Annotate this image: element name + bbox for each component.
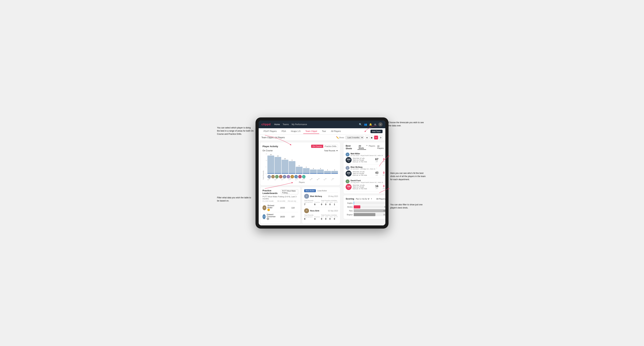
- putt-1: PUTT 0: [334, 216, 338, 220]
- practice-drills-toggle[interactable]: Practice Drills: [323, 145, 338, 148]
- view-grid4-button[interactable]: ⊞: [365, 136, 369, 140]
- score-0: 19/20: [277, 207, 288, 209]
- tab-pga[interactable]: PGA: [280, 129, 288, 134]
- plus-circle-icon[interactable]: ⊕: [374, 123, 376, 126]
- all-shots-tab[interactable]: All Shots: [358, 145, 366, 150]
- avg-1: 107: [288, 216, 298, 218]
- stat-practice-1: Total Practice Activities GTT 0 APP: [321, 214, 338, 220]
- bar-2: [282, 160, 288, 174]
- nav-link-home[interactable]: Home: [274, 123, 280, 126]
- scoring-val-birdies: 96: [384, 206, 385, 208]
- tab-tour[interactable]: Tour: [320, 129, 328, 134]
- shot-stat-dist-1: 43 yds: [374, 172, 380, 176]
- edit-team-icon[interactable]: ✏️: [336, 136, 339, 139]
- leaderboard-filter[interactable]: PUTT Must Make Putting ...: [281, 189, 298, 194]
- shot-chevron-0[interactable]: ›: [384, 153, 385, 156]
- gtt-0: GTT 0: [321, 201, 324, 206]
- pname-3: J. Coles: [288, 178, 294, 180]
- stat-rounds-1: Total Rounds Tournament 8 Practice: [304, 214, 320, 220]
- avatar-7: M: [294, 175, 298, 178]
- scoring-bar-pars: [354, 209, 385, 212]
- scoring-title: Scoring: [346, 197, 354, 200]
- player-info-0: R Richard Butler 1: [262, 204, 277, 211]
- nav-link-performance[interactable]: My Performance: [292, 123, 307, 126]
- activity-player-0: B Blair McHarg 26 Aug 2023: [304, 194, 338, 199]
- tab-team-clippd[interactable]: Team Clippd: [303, 129, 319, 134]
- shot-chevron-1[interactable]: ›: [376, 167, 377, 169]
- activity-stats-0: Total Rounds Tournament 7 Practice: [304, 200, 338, 206]
- player-details-0: Richard Butler 1: [268, 204, 277, 211]
- activity-date-1: 02 Sep 2023: [328, 210, 338, 212]
- chart-filter[interactable]: Total Rounds ▼: [324, 150, 338, 152]
- most-active-card: Most Active Least Active B Blair McHarg …: [302, 187, 340, 224]
- view-grid2-button[interactable]: ▦: [370, 136, 374, 140]
- leaderboard-subtitle: PUTT Must Make Putting (3-6 ft), Last 3 …: [262, 195, 298, 200]
- y-ticks: 15 10 5 0: [266, 153, 267, 174]
- view-list-button[interactable]: ☰: [379, 136, 382, 140]
- practice-activities-1: GTT 0 APP 0 ARG: [321, 216, 338, 220]
- shot-stats-2: 16 yds 0 yds: [374, 185, 385, 189]
- team-name: Team Clippd | 14 Players: [262, 136, 336, 139]
- players-tab[interactable]: Players: [368, 145, 376, 150]
- chart-section-label: On Course: [262, 149, 273, 152]
- tablet-frame: clippd Home Teams My Performance 🔍 👥 🔔 ⊕…: [256, 117, 388, 229]
- best-shots-header: Best Shots All Shots ▾ Players All Playe…: [346, 145, 385, 150]
- shots-chevron: ▾: [366, 145, 367, 150]
- activity-date-0: 26 Aug 2023: [328, 195, 338, 197]
- users-icon[interactable]: 👥: [364, 123, 367, 126]
- scoring-bar-wrap-eagles: 3: [354, 201, 385, 205]
- activity-avatar-0: B: [304, 194, 309, 199]
- shot-chevron-2[interactable]: ›: [384, 180, 385, 183]
- player-names: B. McHarg B. Britt D. Ford J. Coles E. E…: [266, 178, 338, 181]
- stat-practice-0: Total Practice Activities GTT 0 APP: [321, 200, 338, 206]
- chart-header: On Course Total Rounds ▼: [262, 149, 338, 152]
- scoring-par-select[interactable]: Par 3, 4 & 5s Par 3s Par 4s Par 5s: [355, 198, 370, 200]
- arg-0: ARG 0: [329, 201, 333, 206]
- player-rank-0: 1: [268, 209, 277, 211]
- view-heart-button[interactable]: ♥: [374, 136, 378, 140]
- col-pb-avg: PB AVG SQ: [288, 200, 298, 202]
- most-active-tab[interactable]: Most Active: [304, 189, 316, 192]
- avatar-8: E: [298, 175, 302, 178]
- bar-chart-inner: 15 10 5 0 13: [266, 153, 338, 183]
- leaderboard-header: Practice Leaderboards PUTT Must Make Put…: [262, 189, 298, 194]
- bar-highlight-5: [303, 173, 310, 174]
- avatar[interactable]: U: [378, 122, 382, 127]
- bar-highlight-2: [282, 173, 288, 174]
- nav-links: Home Teams My Performance: [274, 123, 356, 126]
- search-icon[interactable]: 🔍: [359, 123, 362, 126]
- pname-9: L. Robertson: [331, 178, 338, 180]
- annotation-player-filter: You can also filter to show just one pla…: [390, 203, 427, 209]
- pname-7: M. Miller: [316, 178, 323, 180]
- bell-icon[interactable]: 🔔: [369, 123, 372, 126]
- bar-7: [317, 170, 324, 174]
- player-name-0: Richard Butler: [268, 204, 277, 209]
- add-team-button[interactable]: Add Team: [370, 130, 382, 133]
- scoring-row-birdies: Birdies 96: [346, 205, 385, 208]
- least-active-tab[interactable]: Least Active: [316, 189, 328, 192]
- shot-player-name-1: Blair McHarg: [350, 166, 375, 168]
- shots-toggle: All Shots ▾ Players: [358, 145, 376, 150]
- shot-stat-dist-2: 16 yds: [374, 185, 380, 189]
- bar-0: [268, 156, 274, 174]
- player-name-1: Edward Crossman: [267, 213, 277, 218]
- scoring-header: Scoring Par 3, 4 & 5s Par 3s Par 4s Par …: [346, 197, 385, 200]
- col-pb-score: PB SCORE: [277, 200, 288, 202]
- on-course-toggle[interactable]: On Course: [311, 145, 323, 148]
- shot-stats-0: 67 yds 0 yds: [374, 158, 385, 162]
- best-shots-card: Best Shots All Shots ▾ Players All Playe…: [344, 142, 385, 194]
- shot-info-1: Shot Dist: 43 yds Start Lie: Rough End L…: [352, 171, 372, 176]
- nav-link-teams[interactable]: Teams: [282, 123, 289, 126]
- tab-all-players[interactable]: All Players: [329, 129, 343, 134]
- time-select[interactable]: Last 3 months Last 6 months Last year: [346, 136, 364, 139]
- bar-highlight-6: [310, 173, 317, 174]
- view-icons: ⊞ ▦ ♥ ☰: [365, 136, 382, 140]
- avatar-4: E: [283, 175, 286, 178]
- tab-hcaps[interactable]: Hcaps 1-5: [289, 129, 302, 134]
- tab-pgat-players[interactable]: PGAT Players: [262, 129, 279, 134]
- avatar-1: B: [271, 175, 275, 178]
- scoring-player-filter[interactable]: All Players ▾: [376, 198, 385, 200]
- bar-chart-container: Total Rounds 15 10 5 0: [262, 153, 338, 183]
- pname-1: B. Britt: [274, 178, 280, 180]
- all-players-filter[interactable]: All Players ▾: [377, 145, 385, 149]
